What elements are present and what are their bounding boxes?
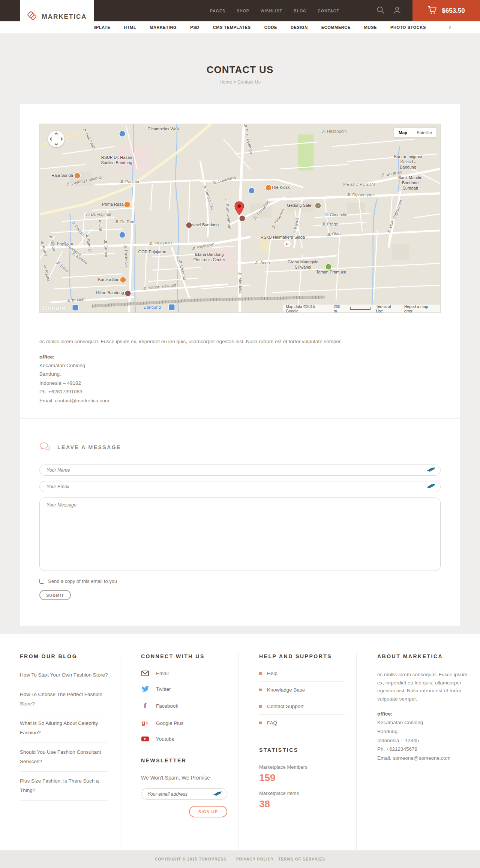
map-label: Cihampelas Walk bbox=[147, 127, 179, 132]
connect-heading: CONNECT WITH US bbox=[141, 653, 227, 659]
map-pan-control[interactable] bbox=[48, 131, 64, 147]
send-copy-checkbox[interactable] bbox=[39, 579, 44, 584]
blog-post-link[interactable]: What is So Alluring About Celebrity Fash… bbox=[20, 714, 108, 743]
catnav-psd[interactable]: PSD bbox=[190, 25, 199, 30]
catnav-marketing[interactable]: MARKETING bbox=[150, 25, 177, 30]
park-icon bbox=[326, 264, 332, 270]
about-heading: ABOUT MARKETICA bbox=[377, 653, 469, 659]
catnav-cms-templates[interactable]: CMS TEMPLATES bbox=[213, 25, 251, 30]
location-marker[interactable] bbox=[234, 201, 244, 217]
catnav-code[interactable]: CODE bbox=[264, 25, 277, 30]
google-logo: Google bbox=[43, 305, 66, 312]
blog-post-link[interactable]: Should You Use Fashion Consultant Servic… bbox=[20, 743, 108, 772]
map-type-map-button[interactable]: Map bbox=[394, 128, 412, 137]
square-bullet-icon bbox=[259, 705, 262, 708]
map-label: Hilton Bandung bbox=[96, 290, 124, 296]
government-icon bbox=[315, 203, 321, 209]
terms-of-services-link[interactable]: TERMS OF SERVICES bbox=[278, 857, 325, 861]
help-link: Knowladge Base bbox=[259, 682, 345, 698]
train-station-icon bbox=[169, 305, 175, 310]
catnav-photo-stocks[interactable]: PHOTO STOCKS bbox=[390, 25, 426, 30]
name-input[interactable] bbox=[39, 465, 441, 476]
report-map-error-link[interactable]: Report a map error bbox=[404, 304, 437, 313]
map-label: Jl. Diponegoro bbox=[347, 193, 374, 198]
map-type-satellite-button[interactable]: Satellite bbox=[412, 128, 436, 137]
signup-button[interactable]: SIGN UP bbox=[189, 806, 227, 817]
help-link: Contact Support bbox=[259, 698, 345, 715]
hotel-icon bbox=[125, 291, 131, 296]
brand-logo[interactable]: MARKETICA bbox=[20, 0, 94, 33]
map-label: Bank Mandiri Bandung Surapati bbox=[395, 175, 425, 191]
connect-google-plus[interactable]: g+ Google Plus bbox=[141, 720, 227, 726]
nav-blog[interactable]: BLOG bbox=[294, 9, 306, 13]
connect-youtube[interactable]: Youtube bbox=[141, 736, 227, 742]
shopping-icon bbox=[249, 188, 255, 194]
terms-of-use-link[interactable]: Terms of Use bbox=[376, 304, 399, 313]
map-data-credit: Map data ©2015 Google bbox=[286, 304, 328, 313]
form-heading: LEAVE A MESSAGE bbox=[57, 444, 121, 450]
submit-button[interactable]: SUBMIT bbox=[39, 590, 71, 600]
map-label: Raja Sunda bbox=[51, 173, 73, 178]
train-station-icon bbox=[73, 305, 78, 311]
youtube-icon bbox=[141, 736, 149, 742]
footer-help-column: HELP AND SUPPORTS Help Knowladge Base Co… bbox=[238, 653, 356, 850]
connect-twitter[interactable]: Twitter bbox=[141, 686, 227, 692]
map-label: Jl. Progo bbox=[322, 222, 338, 227]
catnav-ecommerce[interactable]: ECOMMERCE bbox=[321, 25, 351, 30]
privacy-policy-link[interactable]: PRIVACY POLICY bbox=[236, 857, 274, 861]
nav-shop[interactable]: SHOP bbox=[237, 9, 249, 13]
blog-post-link[interactable]: Plus Size Fashion: Is There Such a Thing… bbox=[20, 772, 108, 801]
items-label: Marketplace Items bbox=[259, 790, 345, 796]
map-label: Jl. Dr. Rajiman bbox=[86, 212, 112, 217]
restaurant-icon bbox=[266, 185, 272, 191]
user-icon[interactable] bbox=[393, 6, 401, 16]
google-map[interactable]: Cihampelas Walk Jl. Hasanudin Jl. Ir. H.… bbox=[39, 124, 441, 313]
chat-bubbles-icon bbox=[39, 442, 51, 453]
nav-contact[interactable]: CONTACT bbox=[318, 9, 339, 13]
search-icon[interactable] bbox=[376, 6, 385, 16]
map-label: Jl. Semar bbox=[103, 240, 109, 257]
items-count: 38 bbox=[259, 798, 345, 810]
breadcrumb-separator: > bbox=[233, 79, 236, 85]
footer-blog-column: FROM OUR BLOG How To Start Your Own Fash… bbox=[0, 653, 120, 850]
map-label: RSUP Dr. Hasan Sadikin Bandung bbox=[101, 155, 132, 166]
catnav-html[interactable]: HTML bbox=[124, 25, 136, 30]
blog-post-link[interactable]: How To Start Your Own Fashion Store? bbox=[20, 671, 108, 685]
hospital-icon: H bbox=[285, 241, 290, 247]
map-label: Jl. Hasanudin bbox=[322, 129, 347, 134]
connect-email[interactable]: Email bbox=[141, 671, 227, 676]
help-link: Help bbox=[259, 671, 345, 682]
nav-wishlist[interactable]: WISHLIST bbox=[261, 9, 282, 13]
page-header: CONTACT US Home > Contact Us bbox=[0, 33, 480, 104]
catnav-muse[interactable]: MUSE bbox=[364, 25, 377, 30]
chevron-down-double-icon[interactable]: « bbox=[447, 26, 452, 28]
site-footer: FROM OUR BLOG How To Start Your Own Fash… bbox=[0, 634, 480, 850]
connect-facebook[interactable]: f Facebook bbox=[141, 702, 227, 710]
map-label: GOR Pajajaran bbox=[138, 249, 166, 255]
brand-name: MARKETICA bbox=[42, 13, 87, 21]
square-bullet-icon bbox=[259, 672, 262, 675]
help-heading: HELP AND SUPPORTS bbox=[259, 653, 345, 659]
message-textarea[interactable] bbox=[39, 497, 441, 571]
catnav-design[interactable]: DESIGN bbox=[291, 25, 308, 30]
newsletter-tagline: We Won't Spam, We Promise bbox=[141, 775, 227, 781]
map-label: Astina bbox=[97, 220, 103, 232]
map-label: Kantor Imigrasi Kelas I - Bandung bbox=[392, 154, 424, 170]
hotel-icon bbox=[186, 223, 192, 228]
map-scale-bar bbox=[350, 307, 371, 310]
shopping-icon bbox=[120, 131, 125, 137]
office-address: Kecamatan Coblong Bandung. Indonesia – 4… bbox=[39, 361, 441, 405]
cart-total: $653.50 bbox=[442, 7, 465, 15]
restaurant-icon bbox=[120, 277, 126, 283]
map-label: Gedung Sate bbox=[287, 203, 312, 208]
pen-icon bbox=[426, 467, 435, 474]
pen-icon bbox=[213, 791, 222, 798]
email-input[interactable] bbox=[39, 481, 441, 492]
nav-pages[interactable]: PAGES bbox=[210, 9, 225, 13]
breadcrumb-current: Contact Us bbox=[237, 79, 261, 85]
office-label: office: bbox=[39, 354, 441, 360]
blog-post-link[interactable]: How To Choose The Perfect Fashion Store? bbox=[20, 685, 108, 714]
breadcrumb-home[interactable]: Home bbox=[219, 79, 232, 85]
about-office-label: office: bbox=[377, 711, 469, 717]
cart-button[interactable]: $653.50 bbox=[412, 0, 480, 21]
